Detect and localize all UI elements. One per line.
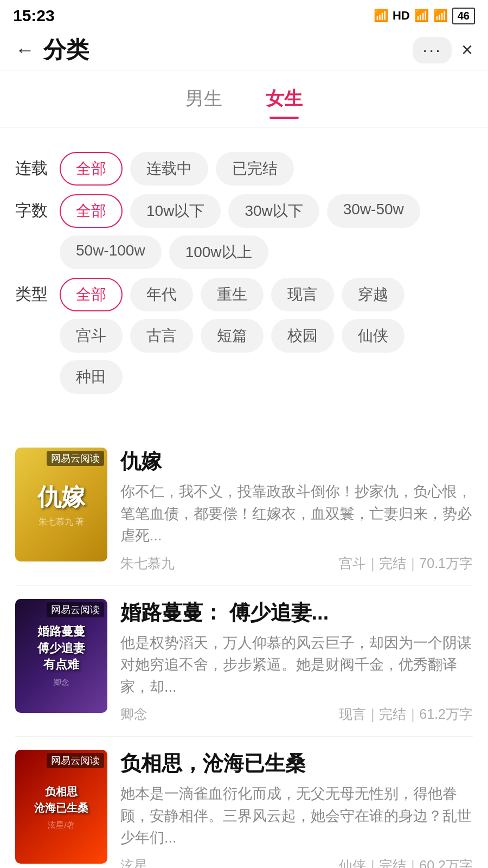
tab-female[interactable]: 女生 [266, 86, 303, 117]
tag-wc-under10w[interactable]: 10w以下 [130, 194, 221, 228]
book-meta-3: 泫星 仙侠｜完结｜60.2万字 [120, 857, 473, 869]
book-desc-2: 他是权势滔天，万人仰慕的风云巨子，却因为一个阴谋对她穷追不舍，步步紧逼。她是财阀… [120, 632, 473, 698]
tag-genre-xianyuan[interactable]: 现言 [271, 278, 334, 311]
filter-tags-wordcount: 全部 10w以下 30w以下 30w-50w 50w-100w 100w以上 [60, 194, 473, 269]
status-icons: 📶 HD 📶 📶 46 [374, 8, 475, 24]
book-item-2[interactable]: 婚路蔓蔓傅少追妻有点难 卿念 网易云阅读 婚路蔓蔓： 傅少追妻... 他是权势滔… [15, 586, 473, 737]
book-tags-2: 现言｜完结｜61.2万字 [339, 705, 473, 723]
filter-row-genre: 类型 全部 年代 重生 现言 穿越 宫斗 古言 短篇 校园 仙侠 种田 [15, 278, 473, 394]
book-author-2: 卿念 [120, 705, 147, 723]
tag-serial-all[interactable]: 全部 [60, 152, 123, 186]
book-cover-2: 婚路蔓蔓傅少追妻有点难 卿念 网易云阅读 [15, 599, 107, 713]
book-author-3: 泫星 [120, 857, 147, 869]
close-button[interactable]: × [461, 39, 473, 61]
book-list: 仇嫁 朱七慕九 著 网易云阅读 仇嫁 你不仁，我不义，投靠政敌斗倒你！抄家仇，负… [0, 429, 488, 868]
nav-left: ← 分类 [15, 35, 89, 65]
tag-wc-all[interactable]: 全部 [60, 194, 123, 228]
tag-genre-zhongtian[interactable]: 种田 [60, 360, 123, 394]
filter-row-wordcount: 字数 全部 10w以下 30w以下 30w-50w 50w-100w 100w以… [15, 194, 473, 269]
signal2-icon: 📶 [414, 9, 429, 23]
book-title-2: 婚路蔓蔓： 傅少追妻... [120, 599, 473, 627]
book-author-1: 朱七慕九 [120, 554, 175, 572]
tab-male[interactable]: 男生 [185, 86, 222, 117]
book-cover-3: 负相思沧海已生桑 泫星/著 网易云阅读 [15, 750, 107, 864]
status-time: 15:23 [13, 7, 55, 25]
filter-label-genre: 类型 [15, 283, 53, 305]
tag-genre-xiaoyuan[interactable]: 校园 [271, 319, 334, 353]
book-info-2: 婚路蔓蔓： 傅少追妻... 他是权势滔天，万人仰慕的风云巨子，却因为一个阴谋对她… [120, 599, 473, 724]
tabs-container: 男生 女生 [0, 71, 488, 117]
tag-genre-duanpian[interactable]: 短篇 [201, 319, 264, 353]
book-info-1: 仇嫁 你不仁，我不义，投靠政敌斗倒你！抄家仇，负心恨，笔笔血债，都要偿！红嫁衣，… [120, 448, 473, 572]
tag-wc-30to50w[interactable]: 30w-50w [327, 194, 420, 228]
page-title: 分类 [43, 35, 89, 65]
tag-genre-chuanyue[interactable]: 穿越 [342, 278, 404, 311]
book-item-1[interactable]: 仇嫁 朱七慕九 著 网易云阅读 仇嫁 你不仁，我不义，投靠政敌斗倒你！抄家仇，负… [15, 435, 473, 586]
tag-genre-guyan[interactable]: 古言 [130, 319, 193, 353]
book-tags-1: 宫斗｜完结｜70.1万字 [339, 554, 473, 572]
book-title-3: 负相思，沧海已生桑 [120, 750, 473, 777]
battery-icon: 46 [452, 8, 475, 24]
more-button[interactable]: ··· [413, 37, 452, 63]
nav-bar: ← 分类 ··· × [0, 29, 488, 71]
cover-platform-label: 网易云阅读 [47, 451, 104, 466]
filter-row-serial: 连载 全部 连载中 已完结 [15, 152, 473, 186]
book-tags-3: 仙侠｜完结｜60.2万字 [339, 857, 473, 869]
book-title-1: 仇嫁 [120, 448, 473, 475]
cover-platform-label-3: 网易云阅读 [47, 753, 104, 768]
book-meta-1: 朱七慕九 宫斗｜完结｜70.1万字 [120, 554, 473, 572]
nav-right: ··· × [413, 37, 473, 63]
book-meta-2: 卿念 现言｜完结｜61.2万字 [120, 705, 473, 723]
tag-genre-chongsheng[interactable]: 重生 [201, 278, 264, 311]
tag-wc-under30w[interactable]: 30w以下 [228, 194, 319, 228]
signal-icon: HD [393, 9, 410, 23]
book-cover-1: 仇嫁 朱七慕九 著 网易云阅读 [15, 448, 107, 561]
book-item-3[interactable]: 负相思沧海已生桑 泫星/著 网易云阅读 负相思，沧海已生桑 她本是一滴雀血衍化而… [15, 737, 473, 868]
filter-label-serial: 连载 [15, 157, 53, 180]
tag-genre-gongdou[interactable]: 宫斗 [60, 319, 123, 353]
tag-serial-ongoing[interactable]: 连载中 [130, 152, 208, 186]
tag-wc-over100w[interactable]: 100w以上 [169, 235, 268, 269]
filter-label-wordcount: 字数 [15, 200, 53, 222]
tag-wc-50to100w[interactable]: 50w-100w [60, 235, 162, 269]
filter-tags-serial: 全部 连载中 已完结 [60, 152, 473, 186]
wifi-icon: 📶 [433, 9, 448, 23]
filter-tags-genre: 全部 年代 重生 现言 穿越 宫斗 古言 短篇 校园 仙侠 种田 [60, 278, 473, 394]
back-button[interactable]: ← [15, 39, 35, 61]
status-bar: 15:23 📶 HD 📶 📶 46 [0, 0, 488, 29]
bluetooth-icon: 📶 [374, 9, 388, 23]
book-info-3: 负相思，沧海已生桑 她本是一滴雀血衍化而成，无父无母无性别，得他眷顾，安静相伴。… [120, 750, 473, 868]
cover-platform-label-2: 网易云阅读 [47, 602, 104, 617]
book-desc-1: 你不仁，我不义，投靠政敌斗倒你！抄家仇，负心恨，笔笔血债，都要偿！红嫁衣，血双鬟… [120, 481, 473, 547]
tag-genre-all[interactable]: 全部 [60, 278, 123, 311]
filter-section: 连载 全部 连载中 已完结 字数 全部 10w以下 30w以下 30w-50w … [0, 139, 488, 407]
tag-genre-xianxia[interactable]: 仙侠 [342, 319, 404, 353]
tag-serial-completed[interactable]: 已完结 [216, 152, 294, 186]
tag-genre-niandai[interactable]: 年代 [130, 278, 193, 311]
book-desc-3: 她本是一滴雀血衍化而成，无父无母无性别，得他眷顾，安静相伴。三界风云起，她会守在… [120, 783, 473, 849]
